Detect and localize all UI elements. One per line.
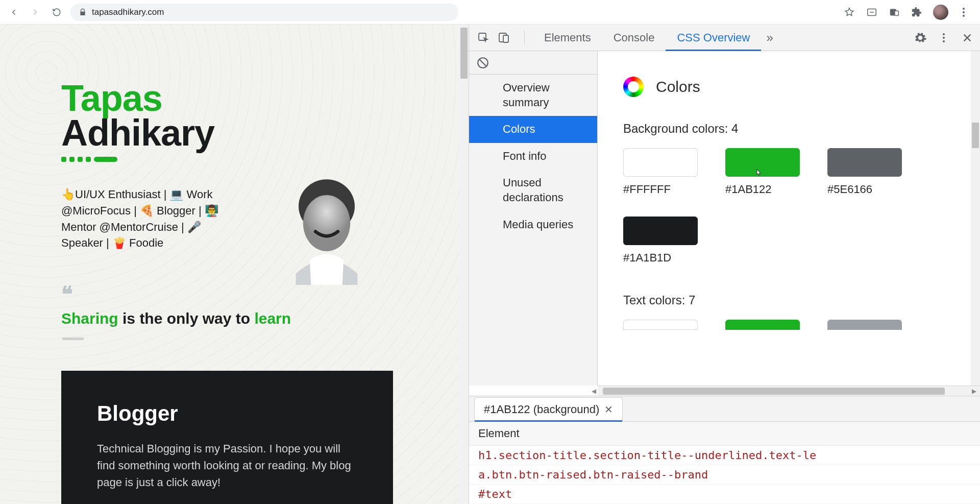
sidebar-item-unused-declarations[interactable]: Unused declarations bbox=[469, 170, 597, 211]
swatch-label: #1AB122 bbox=[725, 183, 800, 196]
webpage-content: Tapas Adhikary 👆UI/UX Enthusiast | 💻 Wor… bbox=[0, 25, 469, 504]
extension-icon-2[interactable] bbox=[888, 6, 900, 18]
quote-icon: ❝ bbox=[61, 282, 438, 307]
css-overview-content: Colors Background colors: 4 #FFFFFF #1AB… bbox=[598, 51, 980, 386]
swatch-label: #5E6166 bbox=[827, 183, 902, 196]
extension-icon-1[interactable] bbox=[866, 6, 878, 18]
color-swatch[interactable] bbox=[623, 148, 698, 177]
hero-bio: 👆UI/UX Enthusiast | 💻 Work @MicroFocus |… bbox=[61, 186, 235, 252]
drawer-column-header: Element bbox=[469, 422, 980, 446]
blogger-card: Blogger Technical Blogging is my Passion… bbox=[61, 371, 393, 504]
quote-underline bbox=[62, 338, 84, 340]
quote-mid: is the only way to bbox=[118, 310, 255, 327]
css-overview-sidebar: Overview summary Colors Font info Unused… bbox=[469, 51, 598, 386]
devtools-settings-icon[interactable] bbox=[914, 31, 927, 44]
tab-css-overview[interactable]: CSS Overview bbox=[666, 25, 761, 51]
svg-rect-7 bbox=[503, 35, 508, 42]
drawer-tab-label: #1AB122 (background) bbox=[484, 403, 599, 416]
app-root: tapasadhikary.com Tapas Adhikary bbox=[0, 0, 980, 504]
drawer-tab-close-icon[interactable]: ✕ bbox=[604, 403, 613, 416]
hero-firstname: Tapas bbox=[61, 81, 438, 115]
devtools-close-icon[interactable] bbox=[961, 31, 974, 44]
url-text: tapasadhikary.com bbox=[92, 7, 164, 17]
star-icon[interactable] bbox=[843, 6, 855, 18]
hero-lastname: Adhikary bbox=[61, 115, 438, 150]
reload-button[interactable] bbox=[49, 5, 64, 20]
block-icon[interactable] bbox=[476, 56, 489, 69]
tab-elements[interactable]: Elements bbox=[533, 25, 602, 51]
drawer-tabbar: #1AB122 (background) ✕ bbox=[469, 396, 980, 422]
back-button[interactable] bbox=[6, 5, 21, 20]
browser-toolbar: tapasadhikary.com bbox=[0, 0, 980, 25]
swatch-item[interactable]: #1AB122 bbox=[725, 148, 800, 196]
element-row[interactable]: h1.section-title.section-title--underlin… bbox=[469, 446, 980, 465]
devtools-drawer: #1AB122 (background) ✕ Element h1.sectio… bbox=[469, 396, 980, 504]
color-swatch[interactable] bbox=[623, 217, 698, 245]
content-vertical-scrollbar[interactable] bbox=[971, 51, 980, 386]
sidebar-item-media-queries[interactable]: Media queries bbox=[469, 211, 597, 238]
toolbar-right bbox=[843, 5, 974, 20]
text-swatches-partial bbox=[623, 320, 954, 330]
sidebar-item-overview-summary[interactable]: Overview summary bbox=[469, 75, 597, 116]
browser-menu-button[interactable] bbox=[959, 7, 969, 17]
color-wheel-icon bbox=[623, 77, 644, 97]
quote-word-2: learn bbox=[254, 310, 291, 327]
inspect-element-icon[interactable] bbox=[475, 30, 492, 46]
swatch-label: #FFFFFF bbox=[623, 183, 698, 196]
webpage-viewport[interactable]: Tapas Adhikary 👆UI/UX Enthusiast | 💻 Wor… bbox=[0, 25, 469, 504]
hero-quote: Sharing is the only way to learn bbox=[61, 310, 438, 327]
colors-heading: Colors bbox=[656, 78, 700, 95]
lock-icon bbox=[79, 8, 87, 16]
devtools-tabbar: Elements Console CSS Overview » bbox=[469, 25, 980, 51]
more-tabs-icon[interactable]: » bbox=[766, 31, 773, 45]
text-colors-label: Text colors: 7 bbox=[623, 293, 954, 307]
background-colors-label: Background colors: 4 bbox=[623, 122, 954, 136]
element-row[interactable]: a.btn.btn-raised.btn-raised--brand bbox=[469, 465, 980, 485]
sidebar-item-font-info[interactable]: Font info bbox=[469, 143, 597, 170]
forward-button[interactable] bbox=[28, 5, 43, 20]
svg-point-4 bbox=[303, 195, 350, 251]
content-horizontal-scrollbar[interactable]: ◀ ▶ bbox=[598, 386, 980, 396]
devtools-menu-icon[interactable] bbox=[937, 31, 950, 44]
drawer-tab-active[interactable]: #1AB122 (background) ✕ bbox=[474, 397, 623, 421]
sidebar-top-row bbox=[469, 51, 597, 75]
color-swatch[interactable] bbox=[827, 148, 902, 177]
card-title: Blogger bbox=[97, 401, 357, 426]
quote-word-1: Sharing bbox=[61, 310, 118, 327]
tab-console[interactable]: Console bbox=[602, 25, 666, 51]
swatch-item[interactable]: #1A1B1D bbox=[623, 217, 698, 265]
background-swatches: #FFFFFF #1AB122 #5E6166 bbox=[623, 148, 954, 265]
card-body: Technical Blogging is my Passion. I hope… bbox=[97, 440, 357, 491]
profile-avatar[interactable] bbox=[933, 5, 948, 20]
cursor-pointer-icon bbox=[754, 169, 764, 179]
device-toolbar-icon[interactable] bbox=[496, 30, 512, 46]
sidebar-item-colors[interactable]: Colors bbox=[469, 116, 597, 143]
page-scrollbar[interactable] bbox=[459, 25, 469, 504]
swatch-item[interactable]: #5E6166 bbox=[827, 148, 902, 196]
devtools-panel: Elements Console CSS Overview » bbox=[469, 25, 980, 504]
swatch-label: #1A1B1D bbox=[623, 251, 698, 265]
svg-rect-2 bbox=[895, 11, 898, 15]
hero-portrait bbox=[271, 173, 383, 285]
extensions-puzzle-icon[interactable] bbox=[911, 6, 923, 18]
element-row[interactable]: #text bbox=[469, 485, 980, 504]
hero-underline bbox=[61, 157, 438, 162]
swatch-item[interactable]: #FFFFFF bbox=[623, 148, 698, 196]
main-split: Tapas Adhikary 👆UI/UX Enthusiast | 💻 Wor… bbox=[0, 25, 980, 504]
address-bar[interactable]: tapasadhikary.com bbox=[70, 4, 458, 21]
